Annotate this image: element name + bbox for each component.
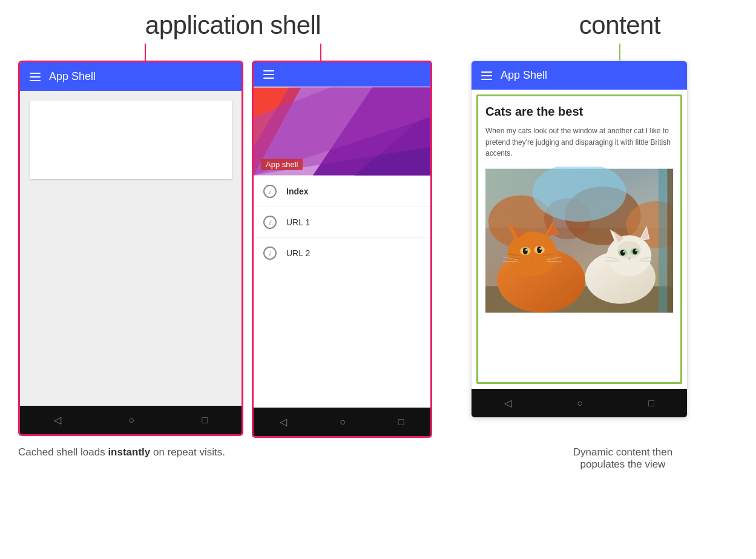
home-icon-left: ○: [128, 415, 134, 426]
arrow-line-left: [145, 44, 146, 61]
drawer-item-url1-label: URL 1: [286, 217, 310, 227]
content-placeholder-box: [30, 101, 232, 179]
right-app-bar: App Shell: [472, 61, 687, 90]
content-area: Cats are the best When my cats look out …: [476, 94, 682, 384]
content-label-group: content: [502, 11, 738, 61]
drawer-item-url2-label: URL 2: [286, 248, 310, 258]
back-icon-left: ◁: [54, 414, 61, 426]
app-shell-label: application shell: [145, 11, 321, 40]
drawer-item-url2[interactable]: i URL 2: [254, 238, 430, 268]
recent-icon-left: □: [202, 415, 208, 426]
drawer-item-index[interactable]: i Index: [254, 176, 430, 207]
page-root: application shell content App Shell: [0, 0, 756, 559]
svg-point-29: [537, 246, 542, 253]
left-phone-body: [20, 91, 242, 406]
svg-rect-56: [659, 169, 668, 313]
middle-app-bar: [254, 62, 430, 87]
home-icon-mid: ○: [340, 417, 346, 428]
right-phone: App Shell Cats are the best When my cats…: [471, 61, 688, 418]
left-phone: App Shell ◁ ○ □: [18, 61, 243, 436]
right-caption: Dynamic content then populates the view: [508, 446, 738, 471]
home-icon-right: ○: [577, 398, 583, 409]
app-shell-label-group: application shell: [18, 11, 448, 61]
drawer-header: App shell: [254, 87, 430, 176]
recent-icon-mid: □: [398, 417, 404, 428]
svg-point-49: [636, 250, 637, 251]
right-caption-line1: Dynamic content then: [508, 446, 738, 458]
cat-image-svg: [485, 167, 673, 315]
svg-point-31: [539, 247, 542, 250]
svg-point-30: [525, 248, 528, 251]
caption-end-text: on repeat visits.: [150, 446, 225, 458]
hamburger-icon: [30, 73, 41, 81]
info-icon-url1: i: [263, 216, 277, 229]
cat-image: [485, 167, 673, 315]
left-app-bar-title: App Shell: [49, 70, 96, 83]
drawer-panel: App shell i Index i URL 1 i URL 2: [254, 87, 430, 408]
svg-point-48: [623, 251, 625, 253]
left-nav-bar: ◁ ○ □: [20, 406, 242, 434]
drawer-item-index-label: Index: [286, 187, 309, 196]
arrow-line-right: [320, 44, 321, 61]
right-nav-bar: ◁ ○ □: [472, 389, 687, 417]
drawer-item-url1[interactable]: i URL 1: [254, 207, 430, 238]
content-label: content: [579, 11, 660, 40]
content-arrow-line: [619, 44, 620, 61]
back-icon-mid: ◁: [280, 416, 287, 428]
middle-nav-bar: ◁ ○ □: [254, 408, 430, 436]
article-title: Cats are the best: [485, 104, 673, 119]
hamburger-icon-mid: [263, 70, 274, 79]
drawer-header-label: App shell: [261, 159, 303, 170]
hamburger-icon-right: [481, 71, 492, 80]
svg-rect-55: [667, 169, 673, 313]
caption-bold-text: instantly: [108, 446, 150, 458]
left-app-bar: App Shell: [20, 62, 242, 91]
info-icon-url2: i: [263, 246, 277, 260]
middle-phone: App shell i Index i URL 1 i URL 2: [252, 61, 432, 438]
caption-left-text: Cached shell loads: [18, 446, 108, 458]
recent-icon-right: □: [648, 398, 654, 409]
right-app-bar-title: App Shell: [501, 69, 547, 82]
right-caption-line2: populates the view: [508, 458, 738, 471]
info-icon-index: i: [263, 185, 277, 198]
svg-point-46: [620, 250, 625, 256]
back-icon-right: ◁: [504, 397, 511, 409]
svg-point-47: [633, 248, 637, 254]
article-text: When my cats look out the window at anot…: [485, 125, 673, 159]
left-caption: Cached shell loads instantly on repeat v…: [18, 446, 430, 458]
svg-point-28: [523, 247, 528, 254]
